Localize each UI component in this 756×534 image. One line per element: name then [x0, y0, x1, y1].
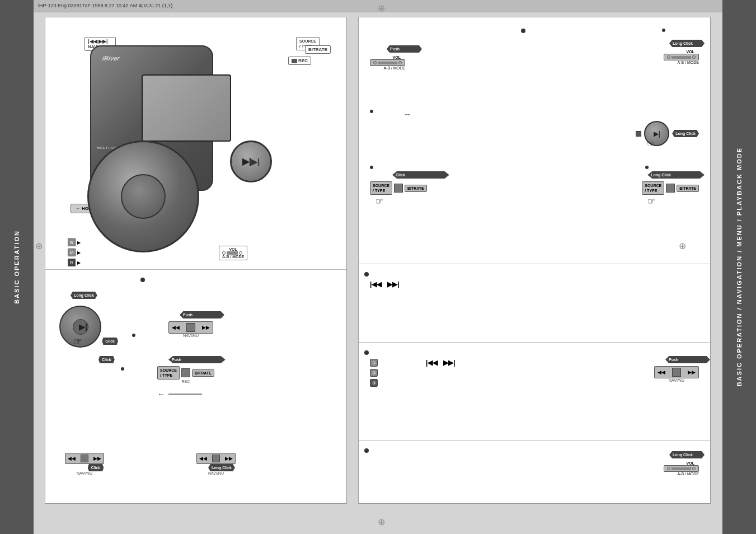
push-burst-1: Push — [180, 311, 224, 318]
icons-row: B ▶ M ▶ R ▶ — [68, 238, 81, 266]
icon-item-1: ① — [370, 359, 378, 367]
click-burst-1: Click — [102, 338, 118, 345]
push-navi-right: Push ◀◀ ▶▶ NAVI/NU — [654, 356, 699, 382]
push-navi-section: Push ◀◀ ▶▶ NAVI/NU — [168, 311, 213, 338]
long-click-burst-next: Long Click — [672, 130, 699, 137]
num-icon-3: ③ — [370, 379, 378, 387]
b-icon: B ▶ — [68, 238, 81, 246]
num-icon-2: ② — [370, 369, 378, 377]
right-bullet-2 — [370, 110, 373, 113]
nav-arrows-section3: |◀◀ ▶▶| — [426, 359, 456, 367]
left-sidebar-text: BASIC OPERATION — [13, 230, 20, 304]
wheel-section-1: Long Click ▶| ☞ Click — [57, 289, 112, 350]
bullet-small-2 — [132, 334, 135, 337]
vol-label-main: VOL A-B / MODE — [219, 246, 247, 260]
right-section-divider-3 — [359, 440, 710, 441]
double-arrow: ↔ — [403, 110, 411, 119]
m-icon: M ▶ — [68, 249, 81, 256]
crosshair-left: ⊕ — [35, 241, 43, 251]
rec-label: REC — [288, 57, 311, 65]
hand-cursor-source-long: ☞ — [647, 196, 699, 207]
header-title: iHP-120 Eng 030917aF 1958.8.27 10:42 AM … — [38, 2, 172, 10]
right-sidebar-text: BASIC OPERATION / NAVIGATION / MENU / PL… — [736, 147, 743, 386]
long-click-burst-source: Long Click — [647, 171, 705, 179]
long-click-next-section: ▶| Long Click ☞ — [636, 121, 699, 146]
wheel-inner — [121, 174, 166, 219]
play-indicator: ▶| — [79, 322, 87, 331]
right-section-divider-1 — [359, 264, 710, 264]
bullet-small-1 — [121, 367, 124, 371]
crosshair-right: ⊕ — [679, 241, 686, 251]
r-icon: R ▶ — [68, 259, 81, 266]
main-content: iHP-120 Eng 030917aF 1958.8.27 10:42 AM … — [34, 0, 722, 534]
section2-area: Long Click ▶| ☞ Click Click — [45, 269, 346, 503]
right-bullet-6 — [364, 448, 369, 453]
nav-next-s3: ▶▶| — [443, 359, 455, 367]
right-bullet-4 — [364, 272, 369, 277]
nav-prev: |◀◀ — [370, 280, 382, 288]
right-bullet-1 — [521, 29, 525, 33]
device-brand: iRiver — [102, 55, 120, 62]
m-icon-box: M — [68, 249, 76, 256]
navi-bottom-right: ◀◀ ▶▶ Long Click NAVI/NU — [196, 453, 236, 475]
nav-prev-s3: |◀◀ — [426, 359, 438, 367]
next-button-main[interactable]: ▶| — [230, 140, 272, 182]
long-click-burst-vol-bottom: Long Click — [669, 451, 705, 458]
long-click-vol-section: Long Click VOL A-B / MODE — [664, 40, 699, 64]
num-icon-1: ① — [370, 359, 378, 367]
right-section-2: |◀◀ ▶▶| — [359, 266, 710, 339]
icon-item-3: ③ — [370, 379, 378, 387]
hand-cursor-source: ☞ — [375, 196, 427, 207]
arrow-bar — [168, 394, 202, 395]
long-click-burst-1: Long Click — [71, 292, 97, 299]
push-source-section: Push SOURCE/ TYPE BITRATE REC — [157, 356, 214, 383]
r-icon-box: R — [68, 259, 76, 266]
click-burst-navi-bottom: Click — [88, 464, 104, 471]
push-burst-source: Push — [168, 356, 226, 363]
device-area: |◀◀ ▶▶| NAVI/MENU SOURCE/ TYPE BITRATE R… — [57, 29, 336, 264]
bullet-1 — [140, 278, 145, 282]
right-bullet-3 — [370, 166, 373, 169]
nav-next: ▶▶| — [387, 280, 399, 288]
push-burst-vol: Push — [387, 45, 422, 53]
main-wheel[interactable] — [87, 140, 199, 252]
right-section-1: Push VOL A-B / MODE Long Click VOL — [359, 23, 710, 264]
left-panel: |◀◀ ▶▶| NAVI/MENU SOURCE/ TYPE BITRATE R… — [45, 17, 347, 504]
stop-indicator — [636, 131, 641, 137]
hand-cursor-1: ☞ — [73, 335, 82, 348]
long-click-vol-bottom: Long Click VOL A-B / MODE — [664, 451, 699, 476]
push-burst-navi-right: Push — [665, 356, 710, 363]
crosshair-bottom: ⊕ — [378, 517, 385, 527]
icon-item-2: ② — [370, 369, 378, 377]
push-vol-section: Push VOL A-B / MODE — [370, 45, 405, 70]
left-sidebar: BASIC OPERATION — [0, 0, 34, 534]
right-section-divider-2 — [359, 342, 710, 343]
click-burst-source: Click — [392, 171, 449, 179]
b-icon-box: B — [68, 238, 76, 246]
right-bullet-small-2 — [645, 166, 649, 169]
device-screen — [142, 74, 231, 142]
navi-small-bottom-left: ◀◀ ▶▶ Click NAVI/NU — [65, 453, 104, 475]
right-sidebar: BASIC OPERATION / NAVIGATION / MENU / PL… — [722, 0, 756, 534]
click-source-section: Click SOURCE/ TYPE BITRATE ☞ — [370, 171, 427, 207]
arrow-indicator-left: ← — [157, 390, 165, 399]
right-section-3: ① ② ③ |◀◀ ▶▶| Push — [359, 345, 710, 440]
long-click-burst-navi-bottom: Long Click — [208, 464, 235, 471]
right-panel: Push VOL A-B / MODE Long Click VOL — [358, 17, 711, 504]
nav-arrows-row: |◀◀ ▶▶| — [370, 280, 400, 288]
long-click-source-section: Long Click SOURCE/ TYPE BITRATE ☞ — [642, 171, 699, 207]
hand-cursor-2: ☞ — [647, 138, 655, 149]
numbered-icons: ① ② ③ — [370, 359, 378, 387]
right-bullet-5 — [364, 350, 369, 355]
click-burst-bottom-left: Click — [98, 356, 115, 363]
crosshair-top: ⊕ — [378, 3, 385, 13]
bitrate-label: BITRATE — [305, 45, 331, 54]
right-bullet-small-1 — [662, 29, 665, 32]
long-click-burst-vol: Long Click — [669, 40, 705, 47]
